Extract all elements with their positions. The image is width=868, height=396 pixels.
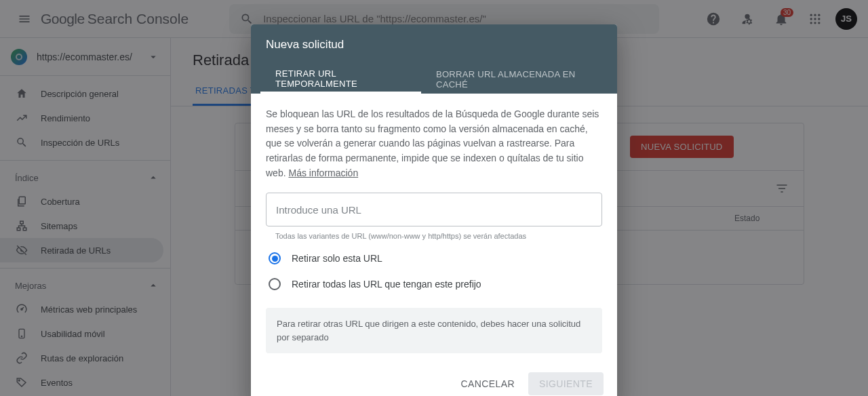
- cancel-button[interactable]: CANCELAR: [452, 372, 522, 395]
- radio-label: Retirar todas las URL que tengan este pr…: [292, 279, 481, 290]
- url-input-hint: Todas las variantes de URL (www/non-www …: [266, 232, 602, 240]
- dialog-note: Para retirar otras URL que dirigen a est…: [266, 308, 602, 353]
- new-request-dialog: Nueva solicitud RETIRAR URL TEMPORALMENT…: [251, 24, 617, 396]
- radio-selected-icon: [269, 252, 281, 264]
- dialog-tab-clear-cache[interactable]: BORRAR URL ALMACENADA EN CACHÉ: [421, 65, 608, 94]
- radio-unselected-icon: [269, 278, 281, 290]
- next-button[interactable]: SIGUIENTE: [528, 372, 604, 395]
- dialog-actions: CANCELAR SIGUIENTE: [251, 361, 617, 396]
- radio-remove-prefix[interactable]: Retirar todas las URL que tengan este pr…: [266, 278, 602, 290]
- dialog-title: Nueva solicitud: [251, 24, 617, 65]
- dialog-description: Se bloquean las URL de los resultados de…: [266, 107, 602, 180]
- dialog-tab-temporary-remove[interactable]: RETIRAR URL TEMPORALMENTE: [260, 65, 421, 94]
- more-info-link[interactable]: Más información: [288, 167, 358, 178]
- dialog-tabs: RETIRAR URL TEMPORALMENTE BORRAR URL ALM…: [251, 65, 617, 94]
- radio-remove-only-url[interactable]: Retirar solo esta URL: [266, 252, 602, 264]
- url-input[interactable]: [266, 193, 602, 226]
- radio-label: Retirar solo esta URL: [292, 253, 382, 264]
